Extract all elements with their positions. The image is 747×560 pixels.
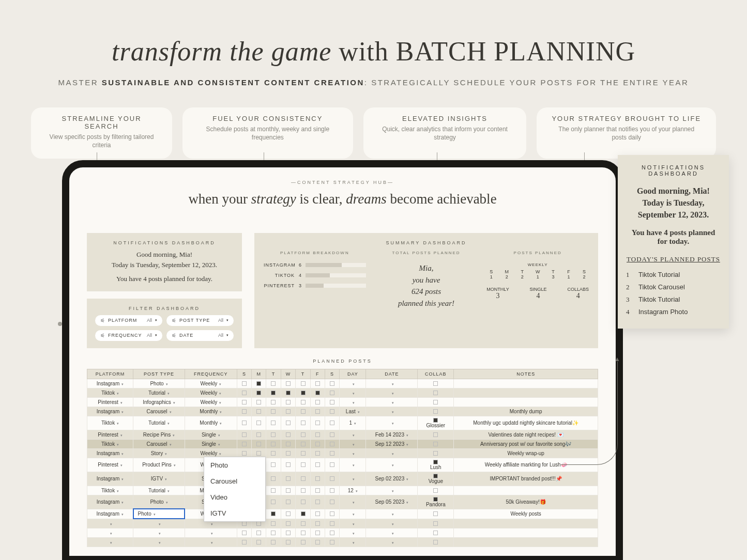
cell[interactable]: ▾ [340, 538, 366, 547]
checkbox-icon[interactable] [271, 381, 276, 386]
day-cell[interactable] [325, 538, 339, 547]
checkbox-icon[interactable] [286, 540, 291, 545]
collab-cell[interactable] [418, 519, 454, 528]
checkbox-icon[interactable] [330, 531, 334, 535]
collab-cell[interactable] [418, 486, 454, 495]
cell[interactable]: Instagram▾ [87, 407, 133, 416]
checkbox-icon[interactable] [256, 442, 261, 446]
cell[interactable]: 50k Giveaway!🎁 [454, 495, 598, 509]
checkbox-icon[interactable] [286, 488, 291, 493]
cell[interactable]: ▾ [87, 519, 133, 528]
day-cell[interactable] [281, 495, 296, 509]
checkbox-icon[interactable] [301, 531, 306, 535]
cell[interactable]: Sep 05 2023▾ [366, 495, 418, 509]
day-cell[interactable] [252, 439, 266, 448]
day-cell[interactable] [266, 519, 281, 528]
column-header[interactable]: COLLAB [418, 369, 454, 379]
day-cell[interactable] [252, 388, 266, 397]
cell[interactable]: Weekly posts [454, 509, 598, 519]
column-header[interactable]: PLATFORM [87, 369, 133, 379]
day-cell[interactable] [325, 509, 339, 519]
day-cell[interactable] [296, 397, 310, 407]
cell[interactable]: IGTV▾ [133, 472, 185, 486]
day-cell[interactable] [281, 439, 296, 448]
checkbox-icon[interactable] [433, 432, 438, 437]
checkbox-icon[interactable] [286, 476, 291, 481]
checkbox-icon[interactable] [301, 451, 306, 456]
day-cell[interactable] [296, 416, 310, 430]
checkbox-icon[interactable] [271, 421, 276, 425]
cell[interactable]: ▾ [366, 519, 418, 528]
checkbox-icon[interactable] [315, 531, 320, 535]
column-header[interactable]: T [296, 369, 310, 379]
day-cell[interactable] [325, 472, 339, 486]
cell[interactable] [454, 519, 598, 528]
cell[interactable]: Feb 14 2023▾ [366, 430, 418, 439]
day-cell[interactable] [281, 472, 296, 486]
checkbox-icon[interactable] [286, 462, 291, 467]
checkbox-icon[interactable] [286, 391, 291, 395]
cell[interactable]: Single▾ [185, 439, 237, 448]
checkbox-icon[interactable] [315, 451, 320, 456]
column-header[interactable]: FREQUENCY [185, 369, 237, 379]
cell[interactable]: ▾ [366, 538, 418, 547]
checkbox-icon[interactable] [256, 421, 261, 425]
day-cell[interactable] [310, 388, 325, 397]
cell[interactable]: Tiktok▾ [87, 439, 133, 448]
day-cell[interactable] [237, 397, 251, 407]
day-cell[interactable] [310, 528, 325, 538]
column-header[interactable]: T [266, 369, 281, 379]
cell[interactable]: ▾ [340, 388, 366, 397]
cell[interactable]: ▾ [340, 439, 366, 448]
checkbox-icon[interactable] [330, 451, 334, 456]
checkbox-icon[interactable] [330, 500, 334, 504]
day-cell[interactable] [237, 379, 251, 388]
day-cell[interactable] [281, 416, 296, 430]
checkbox-icon[interactable] [330, 540, 334, 545]
table-row[interactable]: Tiktok▾Carousel▾Single▾▾Sep 12 2023▾Anni… [87, 439, 598, 448]
day-cell[interactable] [237, 528, 251, 538]
table-row[interactable]: Instagram▾Photo▾Weekly▾▾▾ [87, 379, 598, 388]
checkbox-icon[interactable] [315, 540, 320, 545]
day-cell[interactable] [237, 416, 251, 430]
day-cell[interactable] [325, 397, 339, 407]
day-cell[interactable] [266, 448, 281, 458]
day-cell[interactable] [266, 407, 281, 416]
cell[interactable]: Single▾ [185, 430, 237, 439]
cell[interactable]: ▾ [366, 407, 418, 416]
checkbox-icon[interactable] [242, 409, 247, 414]
collab-cell[interactable]: Glossier [418, 416, 454, 430]
day-cell[interactable] [281, 397, 296, 407]
checkbox-icon[interactable] [433, 460, 438, 464]
day-cell[interactable] [310, 486, 325, 495]
checkbox-icon[interactable] [271, 540, 276, 545]
checkbox-icon[interactable] [271, 400, 276, 405]
table-row[interactable]: ▾▾▾▾▾ [87, 538, 598, 547]
day-cell[interactable] [296, 519, 310, 528]
cell[interactable]: ▾ [185, 528, 237, 538]
day-cell[interactable] [310, 397, 325, 407]
day-cell[interactable] [237, 407, 251, 416]
checkbox-icon[interactable] [271, 409, 276, 414]
checkbox-icon[interactable] [330, 511, 334, 516]
checkbox-icon[interactable] [433, 418, 438, 423]
day-cell[interactable] [252, 397, 266, 407]
checkbox-icon[interactable] [301, 500, 306, 504]
collab-cell[interactable] [418, 388, 454, 397]
table-row[interactable]: Pinterest▾Recipe Pins▾Single▾▾Feb 14 202… [87, 430, 598, 439]
checkbox-icon[interactable] [271, 500, 276, 504]
day-cell[interactable] [296, 486, 310, 495]
day-cell[interactable] [296, 509, 310, 519]
cell[interactable]: ▾ [366, 397, 418, 407]
day-cell[interactable] [281, 430, 296, 439]
checkbox-icon[interactable] [286, 400, 291, 405]
collab-cell[interactable]: Lush [418, 458, 454, 472]
day-cell[interactable] [310, 538, 325, 547]
cell[interactable]: Monthly▾ [185, 416, 237, 430]
checkbox-icon[interactable] [301, 421, 306, 425]
cell[interactable]: Pinterest▾ [87, 458, 133, 472]
day-cell[interactable] [296, 407, 310, 416]
checkbox-icon[interactable] [433, 409, 438, 414]
cell[interactable]: ▾ [340, 430, 366, 439]
checkbox-icon[interactable] [286, 451, 291, 456]
